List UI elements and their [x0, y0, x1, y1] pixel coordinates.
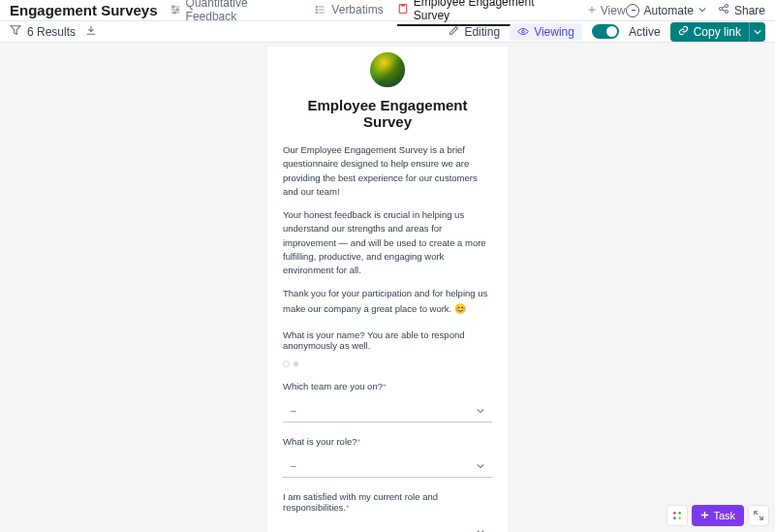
- add-view-button[interactable]: View: [587, 4, 626, 17]
- copy-link-dropdown[interactable]: [749, 22, 765, 42]
- dropdown-value: –: [291, 405, 296, 416]
- tab-label: Quantitative Feedback: [186, 0, 302, 23]
- list-icon: [315, 4, 326, 16]
- viewing-mode-button[interactable]: Viewing: [510, 23, 582, 41]
- question-label: I am satisfied with my current role and …: [283, 491, 492, 513]
- svg-point-5: [316, 12, 318, 14]
- toolbar-right: Editing Viewing Active Copy link: [449, 22, 765, 42]
- question-role: What is your role?* –: [283, 436, 492, 478]
- form-intro: Our Employee Engagement Survey is a brie…: [283, 143, 492, 316]
- automate-label: Automate: [644, 4, 694, 17]
- question-team: Which team are you on?* –: [283, 381, 492, 422]
- question-label: What is your name? You are able to respo…: [283, 329, 492, 351]
- svg-point-2: [173, 11, 175, 13]
- tab-quant-feedback[interactable]: Quantitative Feedback: [170, 0, 302, 25]
- placeholder-dot: [294, 361, 298, 366]
- clock-icon: [626, 4, 639, 17]
- download-icon[interactable]: [85, 24, 97, 39]
- question-satisfied: I am satisfied with my current role and …: [283, 491, 492, 532]
- fab-row: Task: [666, 505, 769, 526]
- smile-emoji: 😊: [454, 303, 466, 314]
- dropdown-satisfied[interactable]: –: [283, 520, 492, 532]
- viewing-label: Viewing: [534, 25, 574, 39]
- form-card: Employee Engagement Survey Our Employee …: [267, 47, 508, 532]
- svg-point-14: [679, 516, 682, 519]
- svg-point-9: [725, 11, 728, 14]
- task-button[interactable]: Task: [692, 505, 744, 526]
- chevron-down-icon: [477, 526, 484, 532]
- active-toggle[interactable]: [592, 24, 619, 39]
- intro-paragraph: Our Employee Engagement Survey is a brie…: [283, 143, 492, 199]
- header-bar: Engagement Surveys Quantitative Feedback…: [0, 0, 775, 21]
- form-title: Employee Engagement Survey: [283, 97, 492, 130]
- svg-point-4: [316, 9, 318, 11]
- emoji-picker-button[interactable]: [666, 505, 688, 526]
- main-area: Employee Engagement Survey Our Employee …: [0, 43, 775, 532]
- svg-point-0: [171, 5, 173, 7]
- eye-icon: [517, 25, 529, 39]
- results-count: 6 Results: [27, 25, 76, 39]
- dropdown-team[interactable]: –: [283, 399, 492, 422]
- automate-button[interactable]: Automate: [626, 4, 706, 17]
- filter-icon[interactable]: [10, 24, 21, 39]
- text-input-placeholder[interactable]: [283, 360, 492, 367]
- svg-point-13: [673, 516, 676, 519]
- intro-paragraph: Your honest feedback is crucial in helpi…: [283, 208, 492, 277]
- task-label: Task: [713, 510, 735, 521]
- clipboard-icon: [397, 3, 409, 15]
- question-label: Which team are you on?*: [283, 381, 492, 391]
- share-icon: [718, 3, 729, 17]
- svg-point-3: [316, 6, 318, 8]
- plus-icon: [700, 510, 709, 521]
- svg-point-1: [176, 8, 178, 10]
- question-name: What is your name? You are able to respo…: [283, 329, 492, 367]
- tab-verbatims[interactable]: Verbatims: [315, 3, 383, 18]
- chevron-down-icon: [477, 460, 484, 471]
- intro-paragraph: Thank you for your participation and for…: [283, 287, 492, 316]
- copy-link-label: Copy link: [694, 25, 741, 39]
- svg-point-8: [725, 5, 728, 8]
- tab-label: Employee Engagement Survey: [414, 0, 574, 22]
- editing-mode-button[interactable]: Editing: [449, 25, 500, 39]
- svg-point-12: [679, 512, 682, 515]
- svg-point-7: [719, 8, 722, 11]
- dropdown-value: –: [291, 526, 296, 532]
- tab-label: Verbatims: [331, 3, 383, 16]
- expand-button[interactable]: [748, 505, 769, 526]
- editing-label: Editing: [464, 25, 500, 39]
- active-label: Active: [629, 25, 661, 39]
- chevron-down-icon: [698, 7, 706, 15]
- form-avatar: [370, 52, 405, 87]
- sliders-icon: [170, 4, 181, 16]
- add-view-label: View: [601, 4, 626, 17]
- share-label: Share: [734, 4, 765, 17]
- link-icon: [678, 25, 689, 39]
- app-title: Engagement Surveys: [10, 2, 158, 18]
- dropdown-role[interactable]: –: [283, 454, 492, 478]
- placeholder-dot: [283, 360, 290, 367]
- copy-link-button[interactable]: Copy link: [670, 22, 749, 42]
- plus-icon: [587, 4, 597, 17]
- share-button[interactable]: Share: [718, 3, 765, 17]
- header-right: Automate Share: [626, 3, 765, 17]
- chevron-down-icon: [477, 405, 484, 416]
- svg-point-11: [673, 512, 676, 515]
- dropdown-value: –: [291, 460, 296, 471]
- question-label: What is your role?*: [283, 436, 492, 447]
- pencil-icon: [449, 25, 459, 39]
- svg-point-10: [522, 30, 525, 33]
